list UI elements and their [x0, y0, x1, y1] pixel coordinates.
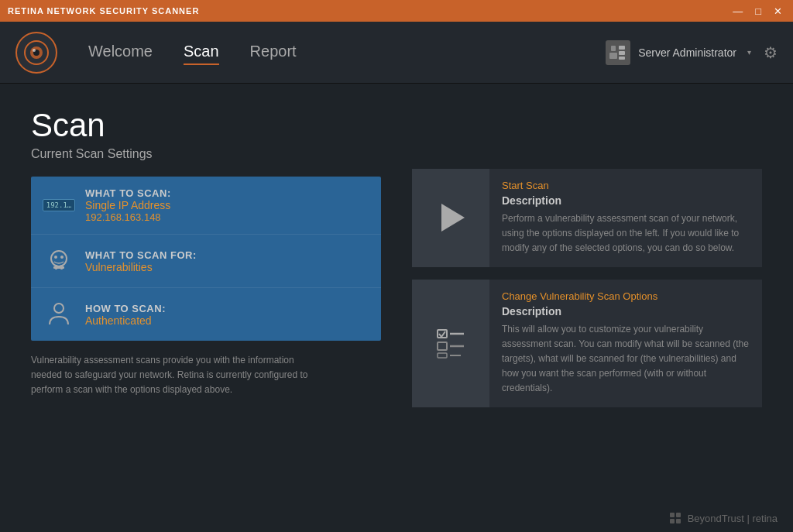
page-subtitle: Current Scan Settings	[31, 147, 381, 161]
what-to-scan-for-text: WHAT TO SCAN FOR: Vulnerabilities	[85, 249, 197, 273]
nav-scan[interactable]: Scan	[184, 39, 219, 65]
start-scan-desc-title: Description	[502, 194, 750, 207]
svg-rect-14	[53, 266, 64, 269]
what-to-scan-for-item[interactable]: WHAT TO SCAN FOR: Vulnerabilities	[31, 235, 381, 288]
authenticated-icon	[43, 299, 74, 330]
start-scan-icon[interactable]	[412, 169, 489, 267]
user-name: Server Administrator	[638, 46, 736, 59]
start-scan-card[interactable]: Start Scan Description Perform a vulnera…	[412, 169, 762, 267]
logo	[15, 32, 57, 74]
start-scan-content: Start Scan Description Perform a vulnera…	[489, 169, 762, 267]
beyondtrust-logo-icon	[669, 512, 681, 524]
minimize-button[interactable]: —	[729, 6, 746, 16]
svg-rect-17	[438, 342, 447, 350]
page-title: Scan	[31, 107, 381, 144]
person-icon	[46, 301, 72, 328]
change-options-desc: This will allow you to customize your vu…	[502, 322, 750, 396]
app-title: RETINA NETWORK SECURITY SCANNER	[8, 6, 199, 15]
ip-address-icon: 192.1…	[43, 190, 74, 221]
header-right: Server Administrator ▾ ⚙	[606, 40, 778, 65]
svg-point-11	[60, 256, 64, 259]
left-panel: Scan Current Scan Settings 192.1… WHAT T…	[31, 107, 381, 478]
scan-settings-card[interactable]: 192.1… WHAT TO SCAN: Single IP Address 1…	[31, 177, 381, 341]
change-options-title: Change Vulnerability Scan Options	[502, 290, 750, 302]
close-button[interactable]: ✕	[771, 6, 785, 16]
what-to-scan-for-value: Vulnerabilities	[85, 261, 197, 273]
right-panel: Start Scan Description Perform a vulnera…	[412, 107, 762, 478]
nav-welcome[interactable]: Welcome	[88, 39, 153, 65]
how-to-scan-text: HOW TO SCAN: Authenticated	[85, 303, 166, 327]
play-icon	[441, 204, 465, 232]
start-scan-desc: Perform a vulnerability assessment scan …	[502, 211, 750, 256]
svg-rect-5	[609, 53, 617, 59]
svg-rect-24	[670, 519, 675, 523]
svg-rect-23	[676, 513, 681, 517]
svg-rect-8	[619, 57, 625, 60]
svg-rect-22	[670, 513, 675, 517]
change-options-icon[interactable]	[412, 280, 489, 407]
user-avatar-icon	[609, 44, 627, 61]
change-options-desc-title: Description	[502, 305, 750, 317]
change-options-card[interactable]: Change Vulnerability Scan Options Descri…	[412, 280, 762, 407]
header: Welcome Scan Report Server Administrator…	[0, 22, 793, 84]
main-content: Scan Current Scan Settings 192.1… WHAT T…	[0, 84, 793, 501]
how-to-scan-value: Authenticated	[85, 314, 166, 327]
maximize-button[interactable]: □	[752, 6, 764, 16]
window-controls: — □ ✕	[729, 6, 785, 16]
title-bar: RETINA NETWORK SECURITY SCANNER — □ ✕	[0, 0, 793, 22]
svg-point-9	[51, 251, 67, 266]
what-to-scan-item[interactable]: 192.1… WHAT TO SCAN: Single IP Address 1…	[31, 177, 381, 235]
nav-menu: Welcome Scan Report	[88, 39, 606, 65]
svg-point-3	[33, 49, 36, 52]
nav-report[interactable]: Report	[250, 39, 297, 65]
svg-rect-25	[676, 519, 681, 523]
vulnerabilities-icon	[43, 245, 74, 276]
svg-rect-18	[438, 353, 447, 358]
user-dropdown-arrow: ▾	[747, 48, 751, 57]
start-scan-title: Start Scan	[502, 180, 750, 191]
what-to-scan-label: WHAT TO SCAN:	[85, 187, 171, 199]
footer-logo-text: BeyondTrust | retina	[688, 513, 778, 524]
change-options-content: Change Vulnerability Scan Options Descri…	[489, 280, 762, 407]
scan-description: Vulnerability assessment scans provide y…	[31, 353, 325, 398]
how-to-scan-item[interactable]: HOW TO SCAN: Authenticated	[31, 288, 381, 341]
user-avatar	[606, 40, 630, 65]
what-to-scan-ip: 192.168.163.148	[85, 211, 171, 223]
settings-icon[interactable]: ⚙	[764, 43, 778, 62]
svg-point-10	[54, 256, 57, 259]
skull-icon	[46, 248, 72, 274]
eye-icon	[23, 39, 50, 66]
footer: BeyondTrust | retina	[654, 504, 793, 532]
svg-point-15	[54, 304, 64, 313]
what-to-scan-for-label: WHAT TO SCAN FOR:	[85, 249, 197, 261]
svg-rect-4	[611, 46, 616, 51]
what-to-scan-text: WHAT TO SCAN: Single IP Address 192.168.…	[85, 187, 171, 223]
checklist-icon	[431, 324, 470, 362]
what-to-scan-value: Single IP Address	[85, 199, 171, 211]
svg-rect-7	[619, 51, 625, 55]
how-to-scan-label: HOW TO SCAN:	[85, 303, 166, 314]
user-menu[interactable]: Server Administrator ▾	[606, 40, 751, 65]
svg-rect-6	[619, 46, 625, 50]
